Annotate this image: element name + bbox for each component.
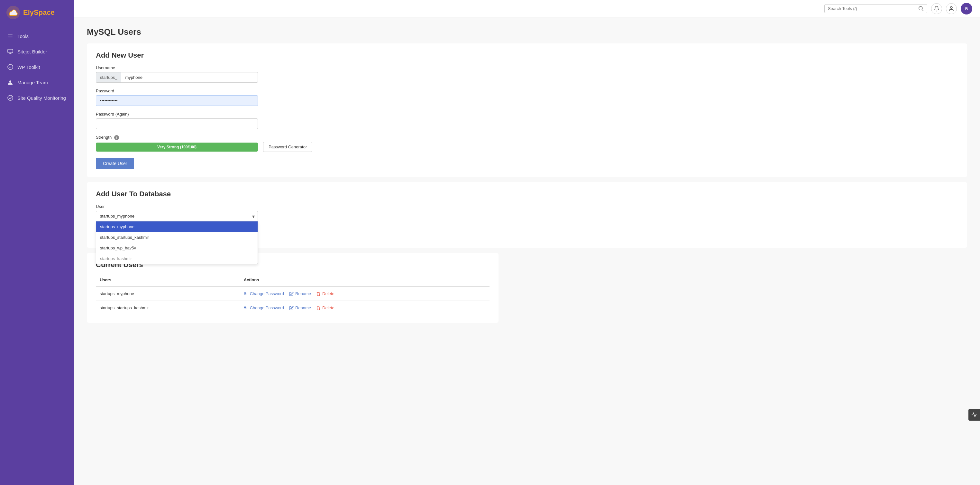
sidebar-label-wptoolkit: WP Toolkit [18,64,40,70]
dropdown-option-kashmir2[interactable]: startups_kashmir [96,253,258,264]
sidebar-nav: Tools Sitejet Builder W WP Toolkit Manag… [0,28,74,105]
username-group: Username startups_ [96,65,958,83]
sidebar-label-tools: Tools [18,34,29,39]
password-again-input[interactable] [96,118,258,129]
header: 5 [74,0,980,18]
team-icon [7,79,14,86]
notification-badge[interactable]: 5 [961,3,972,14]
sidebar-label-manageteam: Manage Team [18,80,48,85]
table-header-row: Users Actions [96,275,490,286]
logo-icon [6,6,20,19]
monitor-icon [7,95,14,101]
sidebar-item-sitejet[interactable]: Sitejet Builder [0,44,74,59]
add-new-user-title: Add New User [96,51,958,59]
username-input[interactable] [121,72,258,83]
username-input-group: startups_ [96,72,258,83]
strength-info-icon[interactable]: i [114,135,119,140]
key-icon [244,306,248,310]
users-table-wrap: Users Actions startups_myphone [96,275,490,315]
actions-cell: Change Password Rename [240,286,490,301]
rename-link-0[interactable]: Rename [289,291,311,296]
create-user-button[interactable]: Create User [96,158,134,169]
logo[interactable]: ElySpace [0,0,74,25]
search-box[interactable] [824,4,927,13]
page-title: MySQL Users [87,27,967,37]
trash-icon [316,306,321,310]
sidebar-label-sitejet: Sitejet Builder [18,49,47,54]
svg-rect-1 [8,49,13,53]
username-cell: startups_startups_kashmir [96,301,240,315]
dropdown-option-myphone[interactable]: startups_myphone [96,222,258,232]
change-password-link-0[interactable]: Change Password [244,291,284,296]
username-cell: startups_myphone [96,286,240,301]
sitejet-icon [7,48,14,55]
delete-link-1[interactable]: Delete [316,305,334,310]
strength-bar-fill: Very Strong (100/100) [96,143,258,152]
strength-bar-text: Very Strong (100/100) [157,145,197,149]
main-content: 5 MySQL Users Add New User Username star… [74,0,980,485]
edit-icon [289,292,294,296]
user-icon [948,6,954,11]
table-row: startups_myphone Change Password [96,286,490,301]
dropdown-list: startups_myphone startups_startups_kashm… [96,222,258,264]
tools-icon [7,33,14,39]
password-generator-button[interactable]: Password Generator [263,142,312,152]
notification-bell-btn[interactable] [931,3,942,14]
svg-point-4 [8,95,13,101]
trash-icon [316,292,321,296]
content-area: MySQL Users Add New User Username startu… [74,18,980,485]
strength-group: Strength i Very Strong (100/100) Passwor… [96,135,958,152]
user-select-wrap: startups_myphone startups_startups_kashm… [96,211,258,222]
strength-bar-bg: Very Strong (100/100) [96,143,258,152]
users-table: Users Actions startups_myphone [96,275,490,315]
search-icon [919,6,924,11]
sidebar: ElySpace Tools Sitejet Builder W WP Tool… [0,0,74,485]
password-again-group: Password (Again) [96,112,958,129]
strength-bar-wrap: Very Strong (100/100) [96,143,258,152]
strength-label: Strength i [96,135,958,140]
wp-icon: W [7,64,14,70]
key-icon [244,292,248,296]
logo-text: ElySpace [23,8,55,17]
table-body: startups_myphone Change Password [96,286,490,315]
username-label: Username [96,65,958,70]
sidebar-item-manageteam[interactable]: Manage Team [0,75,74,90]
password-again-label: Password (Again) [96,112,958,116]
chart-icon [971,412,977,418]
password-label: Password [96,88,958,93]
rename-link-1[interactable]: Rename [289,305,311,310]
change-password-link-1[interactable]: Change Password [244,305,284,310]
edit-icon [289,306,294,310]
sidebar-item-sitequality[interactable]: Site Quality Monitoring [0,90,74,105]
table-head: Users Actions [96,275,490,286]
svg-text:W: W [9,66,11,69]
delete-link-0[interactable]: Delete [316,291,334,296]
user-select-label: User [96,204,958,209]
col-actions: Actions [240,275,490,286]
col-users: Users [96,275,240,286]
dropdown-option-kashmir[interactable]: startups_startups_kashmir [96,232,258,242]
table-row: startups_startups_kashmir Change Passwor… [96,301,490,315]
user-icon-btn[interactable] [946,3,957,14]
add-new-user-section: Add New User Username startups_ Password… [87,43,967,177]
bell-icon [934,6,939,11]
dropdown-option-hav5v[interactable]: startups_wp_hav5v [96,242,258,253]
strength-row: Very Strong (100/100) Password Generator [96,142,385,152]
action-links: Change Password Rename [244,291,486,296]
password-group: Password [96,88,958,106]
username-prefix: startups_ [96,72,121,83]
scrollbar-indicator[interactable] [969,409,980,421]
password-input[interactable] [96,95,258,106]
sidebar-label-sitequality: Site Quality Monitoring [18,95,66,101]
sidebar-item-wptoolkit[interactable]: W WP Toolkit [0,59,74,75]
actions-cell: Change Password Rename [240,301,490,315]
search-input[interactable] [828,6,916,11]
user-select-group: User startups_myphone startups_startups_… [96,204,958,222]
add-user-to-db-title: Add User To Database [96,190,958,198]
action-links: Change Password Rename [244,305,486,310]
sidebar-item-tools[interactable]: Tools [0,28,74,44]
user-select[interactable]: startups_myphone startups_startups_kashm… [96,211,258,222]
add-user-to-db-section: Add User To Database User startups_mypho… [87,182,967,248]
